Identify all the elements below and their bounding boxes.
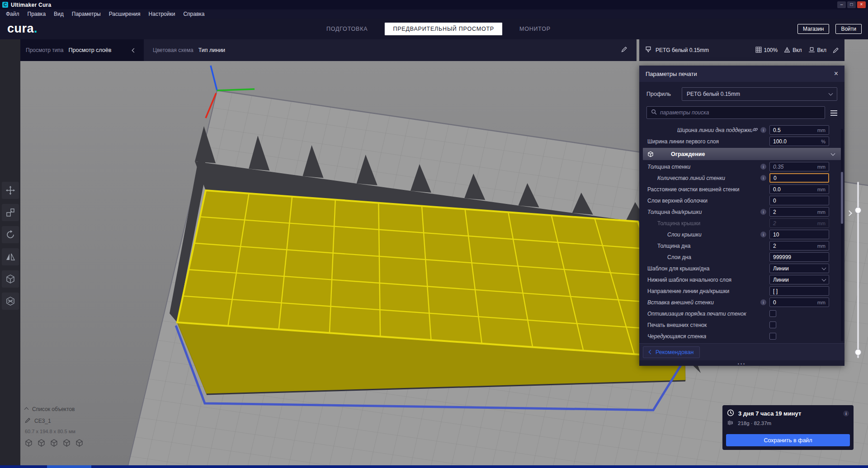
left-view-icon[interactable] xyxy=(63,439,71,447)
setting-input[interactable]: 0.35mm xyxy=(769,162,829,171)
color-scheme-value[interactable]: Тип линии xyxy=(198,47,225,53)
panel-scrollbar[interactable] xyxy=(841,129,843,341)
setting-row: Толщина стенкиi0.35mm xyxy=(639,161,844,172)
mirror-tool[interactable] xyxy=(2,248,19,265)
taskbar-start-button[interactable] xyxy=(47,465,91,468)
pencil-icon[interactable] xyxy=(833,47,839,53)
support-blocker-tool[interactable] xyxy=(2,293,19,310)
perspective-view-icon[interactable] xyxy=(25,439,33,447)
print-setup-bar[interactable]: PETG белый 0.15mm 100% Вкл Вкл xyxy=(639,39,844,61)
menu-edit[interactable]: Правка xyxy=(24,10,50,18)
setting-label: Слои верхней оболочки xyxy=(639,198,766,204)
unit-label: mm xyxy=(817,300,826,305)
menu-settings[interactable]: Параметры xyxy=(68,10,105,18)
menu-help[interactable]: Справка xyxy=(179,10,208,18)
scrollbar-thumb[interactable] xyxy=(841,172,843,224)
menubar: ФайлПравкаВидПараметрыРасширенияНастройк… xyxy=(0,9,868,19)
chevron-down-icon xyxy=(822,277,826,281)
info-icon[interactable]: i xyxy=(843,411,849,416)
setting-input[interactable]: 0 xyxy=(769,173,829,183)
tab-prepare[interactable]: ПОДГОТОВКА xyxy=(326,26,368,32)
setting-input[interactable]: 2mm xyxy=(769,207,829,217)
setting-input[interactable]: 10 xyxy=(769,230,829,239)
scale-tool[interactable] xyxy=(2,204,19,221)
pencil-icon[interactable] xyxy=(25,417,31,425)
sliced-model xyxy=(176,190,685,410)
material-name[interactable]: PETG белый 0.15mm xyxy=(656,47,749,53)
recommended-mode-button[interactable]: Рекомендован xyxy=(643,346,700,358)
layer-slider-bottom-handle[interactable] xyxy=(855,349,861,355)
maximize-button[interactable]: □ xyxy=(847,1,856,8)
color-scheme-bar[interactable]: Цветовая схема Тип линии xyxy=(144,39,637,61)
pencil-icon[interactable] xyxy=(621,46,627,54)
layer-slider[interactable] xyxy=(857,182,859,358)
search-input[interactable]: параметры поиска xyxy=(646,106,825,119)
object-item[interactable]: CE3_1 xyxy=(25,417,83,425)
setting-row: Шаблон для крышки/днаЛинии xyxy=(639,263,844,274)
setting-checkbox[interactable] xyxy=(769,333,776,340)
chevron-left-icon[interactable] xyxy=(132,48,137,52)
setting-input[interactable]: 100.0% xyxy=(769,137,829,146)
rotate-tool[interactable] xyxy=(2,226,19,243)
object-list-header[interactable]: Список объектов xyxy=(25,406,83,412)
section-header-shell[interactable]: Ограждение xyxy=(643,148,841,160)
marketplace-button[interactable]: Магазин xyxy=(797,24,829,34)
setting-label: Толщина крышки xyxy=(639,220,766,227)
panel-collapse-button[interactable] xyxy=(847,209,851,217)
setting-input[interactable]: 0.5mm xyxy=(769,125,829,135)
panel-header: Параметры печати × xyxy=(639,66,844,82)
profile-dropdown[interactable]: PETG белый 0.15mm xyxy=(682,87,837,101)
view-type-bar[interactable]: Просмотр типа Просмотр слоёв xyxy=(20,39,144,61)
menu-extensions[interactable]: Расширения xyxy=(105,10,145,18)
setting-select[interactable]: Линии xyxy=(769,275,829,284)
close-icon[interactable]: × xyxy=(834,70,838,77)
setting-input[interactable]: 0 xyxy=(769,196,829,205)
setting-label: Нижний шаблон начального слоя xyxy=(639,277,766,283)
setting-row: Вставка внешней стенкиi0mm xyxy=(639,297,844,308)
view-type-value[interactable]: Просмотр слоёв xyxy=(69,47,112,53)
app-icon: C xyxy=(2,2,8,8)
setting-label: Расстояние очистки внешней стенки xyxy=(639,186,766,193)
setting-input[interactable]: 0.0mm xyxy=(769,184,829,194)
setting-input[interactable]: 999999 xyxy=(769,252,829,262)
setting-checkbox[interactable] xyxy=(769,321,776,328)
setting-input[interactable]: [ ] xyxy=(769,286,829,296)
view-preset-icons xyxy=(25,439,83,447)
header-tabs: ПОДГОТОВКАПРЕДВАРИТЕЛЬНЫЙ ПРОСМОТРМОНИТО… xyxy=(326,19,551,39)
support-setting[interactable]: Вкл xyxy=(784,47,802,54)
per-model-settings-tool[interactable] xyxy=(2,270,19,288)
settings-menu-icon[interactable] xyxy=(830,110,837,111)
minimize-button[interactable]: – xyxy=(837,1,846,8)
tab-preview[interactable]: ПРЕДВАРИТЕЛЬНЫЙ ПРОСМОТР xyxy=(385,23,502,35)
setting-input[interactable]: 2mm xyxy=(769,218,829,228)
menu-view[interactable]: Вид xyxy=(50,10,68,18)
unit-label: % xyxy=(821,139,826,144)
setting-label: Толщина дна/крышки xyxy=(639,209,760,215)
move-tool[interactable] xyxy=(2,182,19,199)
save-to-file-button[interactable]: Сохранить в файл xyxy=(726,434,850,446)
setting-row: Расстояние очистки внешней стенки0.0mm xyxy=(639,184,844,195)
front-view-icon[interactable] xyxy=(38,439,45,447)
right-view-icon[interactable] xyxy=(75,439,83,447)
tool-sidebar xyxy=(0,39,20,468)
setting-input[interactable]: 2mm xyxy=(769,241,829,251)
infill-setting[interactable]: 100% xyxy=(755,47,778,54)
unit-label: mm xyxy=(817,128,826,133)
layer-slider-top-handle[interactable] xyxy=(855,207,861,213)
tab-monitor[interactable]: МОНИТОР xyxy=(519,26,551,32)
setting-label: Толщина дна xyxy=(639,243,766,249)
panel-resize-handle[interactable] xyxy=(738,362,746,366)
login-button[interactable]: Войти xyxy=(835,24,862,34)
top-view-icon[interactable] xyxy=(50,439,58,447)
setting-label: Вставка внешней стенки xyxy=(639,299,760,306)
info-icon: i xyxy=(760,164,766,170)
menu-file[interactable]: Файл xyxy=(2,10,24,18)
setting-checkbox[interactable] xyxy=(769,310,776,317)
setting-row: Направление линии дна/крышки[ ] xyxy=(639,285,844,297)
adhesion-setting[interactable]: Вкл xyxy=(808,47,826,54)
menu-preferences[interactable]: Настройки xyxy=(145,10,179,18)
setting-label: Ширина линии дна поддержки xyxy=(639,127,752,133)
setting-input[interactable]: 0mm xyxy=(769,298,829,307)
setting-select[interactable]: Линии xyxy=(769,264,829,273)
close-button[interactable]: × xyxy=(857,1,866,8)
